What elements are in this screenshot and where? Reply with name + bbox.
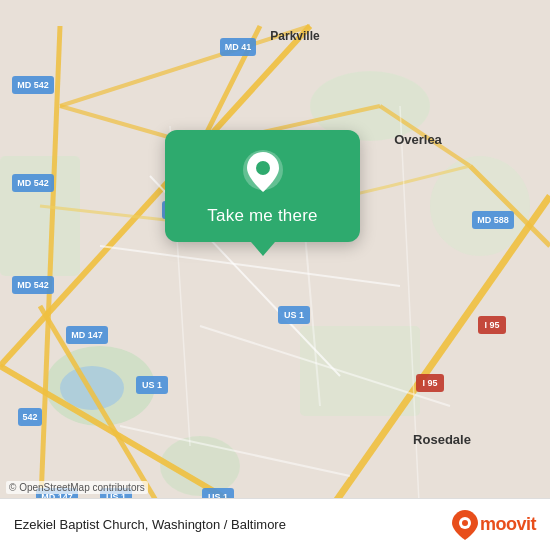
svg-text:MD 542: MD 542 [17,80,49,90]
location-info: Ezekiel Baptist Church, Washington / Bal… [14,517,286,532]
svg-text:US 1: US 1 [142,380,162,390]
popup-label: Take me there [207,206,317,226]
map-background: MD 41 MD 542 MD 542 MD 542 542 MD 1 MD 1… [0,0,550,550]
svg-text:Overlea: Overlea [394,132,442,147]
moovit-pin-icon [452,510,478,540]
map-container: MD 41 MD 542 MD 542 MD 542 542 MD 1 MD 1… [0,0,550,550]
svg-text:Rosedale: Rosedale [413,432,471,447]
svg-point-68 [462,520,468,526]
svg-text:US 1: US 1 [284,310,304,320]
svg-text:MD 147: MD 147 [71,330,103,340]
moovit-logo: moovit [452,510,536,540]
svg-text:I 95: I 95 [422,378,437,388]
moovit-text: moovit [480,514,536,535]
map-copyright: © OpenStreetMap contributors [6,481,148,494]
location-name: Ezekiel Baptist Church, Washington / Bal… [14,517,286,532]
svg-text:MD 588: MD 588 [477,215,509,225]
svg-text:MD 542: MD 542 [17,178,49,188]
bottom-bar: Ezekiel Baptist Church, Washington / Bal… [0,498,550,550]
location-pin-icon [239,148,287,196]
svg-text:MD 542: MD 542 [17,280,49,290]
popup-card[interactable]: Take me there [165,130,360,242]
svg-point-66 [256,161,270,175]
svg-text:Parkville: Parkville [270,29,320,43]
svg-text:542: 542 [22,412,37,422]
svg-text:MD 41: MD 41 [225,42,252,52]
svg-text:I 95: I 95 [484,320,499,330]
